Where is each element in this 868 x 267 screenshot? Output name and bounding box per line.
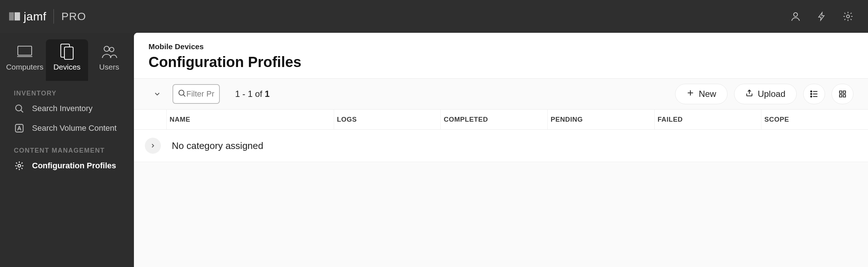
- brand-variant: PRO: [61, 10, 86, 23]
- column-pending[interactable]: PENDING: [548, 110, 655, 129]
- sidebar: Computers Devices: [0, 33, 134, 267]
- sidebar-item-search-volume-content[interactable]: Search Volume Content: [0, 118, 134, 138]
- category-name: No category assigned: [172, 140, 263, 152]
- list-icon: [810, 90, 819, 98]
- main-panel: Mobile Devices Configuration Profiles 1 …: [134, 33, 868, 267]
- count-to: 1: [248, 89, 253, 99]
- nav-tab-computers[interactable]: Computers: [4, 39, 46, 81]
- result-count: 1 - 1 of 1: [235, 89, 270, 99]
- sidebar-item-label: Configuration Profiles: [32, 161, 116, 170]
- count-from: 1: [235, 89, 240, 99]
- svg-rect-0: [9, 12, 14, 21]
- svg-rect-19: [843, 95, 845, 97]
- app-search-icon: [14, 123, 25, 134]
- filter-input-wrap[interactable]: [173, 84, 220, 104]
- table-header-row: NAME LOGS COMPLETED PENDING FAILED SCOPE: [134, 110, 868, 130]
- user-icon[interactable]: [790, 11, 801, 22]
- toolbar: 1 - 1 of 1 New Upload: [134, 78, 868, 110]
- svg-point-13: [810, 91, 812, 92]
- category-row: No category assigned: [134, 130, 868, 162]
- nav-tab-users[interactable]: Users: [88, 39, 130, 81]
- column-expand: [134, 110, 167, 129]
- svg-point-2: [794, 13, 798, 17]
- sidebar-item-configuration-profiles[interactable]: Configuration Profiles: [0, 156, 134, 176]
- section-title: CONTENT MANAGEMENT: [14, 147, 134, 154]
- column-name[interactable]: NAME: [167, 110, 334, 129]
- gear-icon[interactable]: [843, 11, 853, 22]
- jamf-logo-icon: [9, 12, 20, 21]
- svg-point-7: [104, 46, 109, 51]
- svg-rect-18: [840, 95, 842, 97]
- gear-profile-icon: [14, 160, 25, 171]
- svg-point-12: [179, 90, 184, 95]
- chevron-right-icon: [150, 142, 156, 149]
- new-button[interactable]: New: [675, 84, 728, 104]
- users-icon: [90, 43, 129, 60]
- search-icon: [178, 89, 186, 99]
- svg-rect-6: [64, 47, 73, 59]
- svg-point-15: [810, 96, 812, 97]
- brand-name: jamf: [24, 10, 46, 23]
- page-title: Configuration Profiles: [148, 54, 853, 70]
- sidebar-item-label: Search Volume Content: [32, 123, 116, 133]
- button-label: Upload: [758, 89, 785, 99]
- grid-view-button[interactable]: [832, 84, 853, 104]
- column-completed[interactable]: COMPLETED: [441, 110, 548, 129]
- brand-block: jamf PRO: [9, 9, 86, 24]
- upload-button[interactable]: Upload: [734, 84, 797, 104]
- chevron-down-icon: [153, 90, 161, 98]
- expand-category-button[interactable]: [145, 138, 161, 154]
- breadcrumb: Mobile Devices: [148, 42, 853, 51]
- count-total: 1: [265, 89, 269, 99]
- brand-divider: [53, 9, 54, 24]
- svg-point-11: [18, 164, 21, 167]
- search-icon: [14, 103, 25, 114]
- topbar: jamf PRO: [0, 0, 868, 33]
- nav-tab-label: Devices: [47, 63, 87, 71]
- filter-input[interactable]: [186, 89, 215, 99]
- list-view-button[interactable]: [803, 84, 825, 104]
- svg-rect-10: [16, 125, 23, 132]
- topbar-actions: [790, 11, 853, 22]
- svg-point-9: [16, 105, 21, 111]
- button-label: New: [699, 89, 716, 99]
- svg-point-8: [110, 47, 114, 52]
- nav-tab-devices[interactable]: Devices: [46, 39, 88, 81]
- svg-point-3: [847, 15, 849, 18]
- svg-rect-4: [18, 46, 32, 55]
- device-icon: [47, 43, 87, 60]
- column-failed[interactable]: FAILED: [655, 110, 762, 129]
- nav-tab-label: Computers: [5, 63, 44, 71]
- grid-icon: [839, 90, 847, 98]
- column-logs[interactable]: LOGS: [334, 110, 441, 129]
- svg-rect-17: [843, 91, 845, 93]
- section-title: INVENTORY: [14, 90, 134, 97]
- sidebar-item-label: Search Inventory: [32, 104, 92, 113]
- side-section-inventory: INVENTORY: [0, 81, 134, 99]
- side-section-content-management: CONTENT MANAGEMENT: [0, 138, 134, 156]
- nav-tab-label: Users: [90, 63, 129, 71]
- collapse-all-button[interactable]: [148, 85, 166, 103]
- main-header: Mobile Devices Configuration Profiles: [134, 33, 868, 78]
- nav-tabs: Computers Devices: [0, 33, 134, 81]
- column-scope[interactable]: SCOPE: [761, 110, 868, 129]
- svg-rect-16: [840, 91, 842, 93]
- upload-icon: [745, 89, 753, 99]
- plus-icon: [686, 89, 694, 99]
- svg-point-14: [810, 93, 812, 94]
- bolt-icon[interactable]: [817, 11, 827, 22]
- computer-icon: [5, 43, 44, 60]
- sidebar-item-search-inventory[interactable]: Search Inventory: [0, 99, 134, 118]
- svg-rect-1: [15, 12, 20, 21]
